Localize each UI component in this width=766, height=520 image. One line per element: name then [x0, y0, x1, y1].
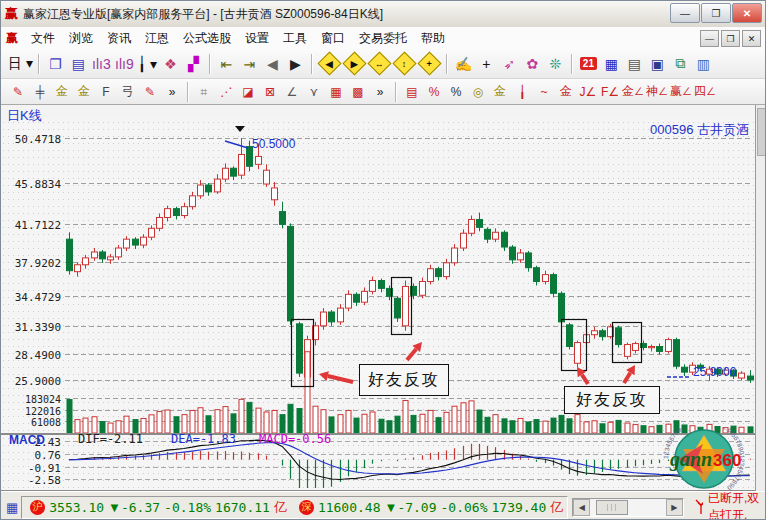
fan-line-tool[interactable]: ⋰	[216, 82, 236, 102]
percent-line-tool[interactable]: %	[424, 82, 444, 102]
menu-item-5[interactable]: 公式选股	[176, 27, 238, 50]
menu-item-6[interactable]: 设置	[238, 27, 276, 50]
mark-tool-icon[interactable]: ➶	[499, 53, 520, 75]
last-page-icon[interactable]: ⇥	[239, 53, 260, 75]
zoom-all-diamond-icon[interactable]: +	[417, 51, 441, 75]
close-button[interactable]: ✕	[732, 3, 762, 23]
mdi-restore-button[interactable]: ❐	[721, 30, 740, 47]
zoom-h-diamond-icon[interactable]: ↔	[367, 51, 391, 75]
menu-item-8[interactable]: 窗口	[314, 27, 352, 50]
notes-icon[interactable]: ▤	[624, 53, 645, 75]
maximize-button[interactable]: ❐	[701, 3, 731, 23]
horizontal-scrollbar-thumb[interactable]	[596, 500, 628, 515]
angle-f-tool[interactable]: F∠	[600, 82, 620, 102]
title-bar[interactable]: 赢 赢家江恩专业版[赢家内部服务平台] - [古井贡酒 SZ000596-84日…	[1, 1, 766, 28]
vlabel mono-text: 183024	[1, 394, 61, 405]
calculator-icon[interactable]: ▦	[601, 53, 622, 75]
ruler-tool[interactable]: ▤	[402, 82, 422, 102]
bars-3-icon[interactable]: ılı3	[91, 53, 112, 75]
capture-icon[interactable]: ⧉	[670, 53, 691, 75]
next-page-icon[interactable]: ▶	[285, 53, 306, 75]
gold-circle-tool[interactable]: ◎	[468, 82, 488, 102]
menu-item-1[interactable]: 文件	[24, 27, 62, 50]
scroll-right-arrow-icon[interactable]: ▶	[666, 499, 683, 516]
hand-tool-icon[interactable]: ✍	[453, 53, 474, 75]
plabel mono-text: 50.4718	[1, 133, 61, 146]
spiral-tool[interactable]: 弓	[118, 82, 138, 102]
mdi-close-button[interactable]: ✕	[742, 30, 761, 47]
draw-arrow-tool[interactable]: ✎	[8, 82, 28, 102]
vlabel mono-text: 122016	[1, 406, 61, 417]
send-icon[interactable]: ▥	[693, 53, 714, 75]
bars-9-icon[interactable]: ılı9	[114, 53, 135, 75]
more-tools2-chevron[interactable]: »	[370, 82, 390, 102]
gann-tool-icon[interactable]: ✿	[522, 53, 543, 75]
minimize-button[interactable]: —	[670, 3, 700, 23]
calendar-icon[interactable]: 21	[578, 53, 599, 75]
wave-tool-icon[interactable]: ❊	[545, 53, 566, 75]
box-select-tool[interactable]: ⌗	[194, 82, 214, 102]
vertical-scrollbar-thumb[interactable]	[757, 108, 766, 156]
menu-item-10[interactable]: 帮助	[414, 27, 452, 50]
menu-item-3[interactable]: 资讯	[100, 27, 138, 50]
kline-period-dropdown[interactable]: 日 ▾	[8, 53, 33, 75]
quote-table-icon[interactable]: ▦	[6, 500, 18, 515]
prev-page-icon[interactable]: ◀	[262, 53, 283, 75]
red-grid-tool[interactable]: ▦	[326, 82, 346, 102]
angle-si-tool[interactable]: 四∠	[694, 82, 716, 102]
gold-grid2-tool[interactable]: 金	[74, 82, 94, 102]
mdi-child-icon: 赢	[6, 30, 18, 47]
gann-box-icon[interactable]: ❖	[160, 53, 181, 75]
f10-info-icon[interactable]: ▤	[68, 53, 89, 75]
pencil-grid-tool[interactable]: ✎	[140, 82, 160, 102]
window-controls: — ❐ ✕	[670, 3, 762, 23]
grid-tool[interactable]: ╪	[30, 82, 50, 102]
angle-shen-tool[interactable]: 神∠	[646, 82, 668, 102]
toolbar-separator	[187, 82, 189, 102]
menu-item-2[interactable]: 浏览	[62, 27, 100, 50]
percent-tool[interactable]: %	[446, 82, 466, 102]
boxed-fan-tool[interactable]: ◪	[238, 82, 258, 102]
gold-grid-tool[interactable]: 金	[52, 82, 72, 102]
plabel mono-text: 45.8834	[1, 178, 61, 191]
menu-item-7[interactable]: 工具	[276, 27, 314, 50]
color-chart-icon[interactable]: ▞	[183, 53, 204, 75]
antenna-icon	[694, 499, 703, 515]
angle-j-tool[interactable]: J∠	[578, 82, 598, 102]
mlabel mono-text: -2.58	[1, 474, 61, 487]
sh-amount: 1670.11	[215, 500, 270, 515]
multi-chart-icon[interactable]: ❐	[45, 53, 66, 75]
angle-ying-tool[interactable]: 赢∠	[670, 82, 692, 102]
f-grid-tool[interactable]: F	[96, 82, 116, 102]
gold-underline-tool[interactable]: 金	[556, 82, 576, 102]
save-icon[interactable]: ▣	[647, 53, 668, 75]
candle-flag-tool[interactable]: ╽	[512, 82, 532, 102]
crosshair-tool-icon[interactable]: +	[476, 53, 497, 75]
vertical-scrollbar[interactable]	[755, 105, 766, 491]
mdi-minimize-button[interactable]: —	[700, 30, 719, 47]
drawing-toolbar: ✎╪金金F弓✎»⌗⋰◪⊠∠⋎▦▩»▤%%◎金╽~金J∠F∠金∠神∠赢∠四∠	[1, 79, 766, 105]
menu-item-4[interactable]: 江恩	[138, 27, 176, 50]
shift-right-diamond-icon[interactable]: ▶	[342, 51, 366, 75]
shift-left-diamond-icon[interactable]: ◀	[317, 51, 341, 75]
dea-line	[69, 443, 750, 476]
wave-a-tool[interactable]: ~	[534, 82, 554, 102]
angle-gold-tool[interactable]: 金∠	[622, 82, 644, 102]
menu-item-9[interactable]: 交易委托	[352, 27, 414, 50]
dif-value: DIF=-2.11	[78, 432, 143, 446]
boxed-fan2-tool[interactable]: ⊠	[260, 82, 280, 102]
more-tools-chevron[interactable]: »	[162, 82, 182, 102]
first-page-icon[interactable]: ⇤	[216, 53, 237, 75]
plabel mono-text: 37.9202	[1, 257, 61, 270]
scroll-left-arrow-icon[interactable]: ◀	[573, 499, 590, 516]
angle-tool[interactable]: ∠	[282, 82, 302, 102]
toolbar-separator	[571, 54, 573, 74]
candle-style-dropdown[interactable]: ╽ ▾	[137, 53, 158, 75]
red-grid2-tool[interactable]: ▩	[348, 82, 368, 102]
horizontal-scrollbar[interactable]: ◀ ▶	[572, 498, 684, 517]
sh-change: -6.37	[121, 500, 160, 515]
index-quotes-panel: 沪 3553.10 ▼ -6.37 -0.18% 1670.11 亿 深 116…	[21, 496, 568, 519]
gold-line-tool[interactable]: 金	[490, 82, 510, 102]
zoom-v-diamond-icon[interactable]: ↕	[392, 51, 416, 75]
vee-tool[interactable]: ⋎	[304, 82, 324, 102]
